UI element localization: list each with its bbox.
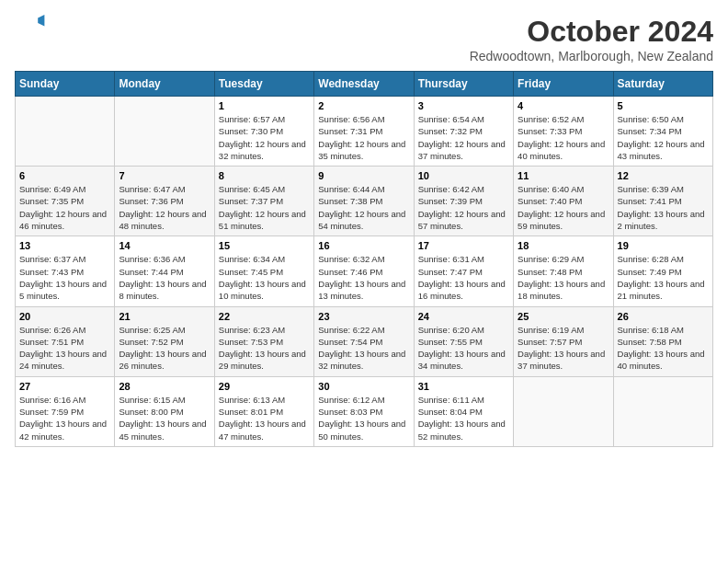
calendar-cell: 10Sunrise: 6:42 AM Sunset: 7:39 PM Dayli… — [414, 167, 513, 236]
calendar-cell: 2Sunrise: 6:56 AM Sunset: 7:31 PM Daylig… — [314, 97, 414, 167]
weekday-header-thursday: Thursday — [414, 72, 513, 97]
day-number: 24 — [418, 311, 509, 322]
calendar-cell: 28Sunrise: 6:15 AM Sunset: 8:00 PM Dayli… — [115, 376, 214, 446]
calendar-cell: 17Sunrise: 6:31 AM Sunset: 7:47 PM Dayli… — [414, 236, 513, 306]
calendar-cell: 15Sunrise: 6:34 AM Sunset: 7:45 PM Dayli… — [214, 236, 313, 306]
weekday-header-wednesday: Wednesday — [314, 72, 414, 97]
day-info: Sunrise: 6:37 AM Sunset: 7:43 PM Dayligh… — [19, 253, 110, 302]
day-info: Sunrise: 6:42 AM Sunset: 7:39 PM Dayligh… — [418, 183, 509, 232]
day-number: 31 — [418, 381, 509, 392]
calendar-cell: 5Sunrise: 6:50 AM Sunset: 7:34 PM Daylig… — [613, 97, 712, 167]
day-info: Sunrise: 6:22 AM Sunset: 7:54 PM Dayligh… — [318, 324, 409, 373]
day-number: 13 — [19, 240, 110, 251]
day-info: Sunrise: 6:23 AM Sunset: 7:53 PM Dayligh… — [219, 324, 310, 373]
day-number: 7 — [119, 170, 210, 181]
day-info: Sunrise: 6:56 AM Sunset: 7:31 PM Dayligh… — [318, 113, 409, 162]
calendar-cell: 21Sunrise: 6:25 AM Sunset: 7:52 PM Dayli… — [115, 306, 214, 376]
day-number: 29 — [219, 381, 310, 392]
weekday-header-saturday: Saturday — [613, 72, 712, 97]
svg-marker-0 — [38, 15, 44, 27]
day-info: Sunrise: 6:32 AM Sunset: 7:46 PM Dayligh… — [318, 253, 409, 302]
day-number: 6 — [19, 170, 110, 181]
day-number: 11 — [518, 170, 609, 181]
day-number: 8 — [219, 170, 310, 181]
day-number: 26 — [618, 311, 709, 322]
calendar-cell: 1Sunrise: 6:57 AM Sunset: 7:30 PM Daylig… — [214, 97, 313, 167]
day-number: 30 — [318, 381, 409, 392]
day-info: Sunrise: 6:36 AM Sunset: 7:44 PM Dayligh… — [119, 253, 210, 302]
day-number: 9 — [318, 170, 409, 181]
day-info: Sunrise: 6:11 AM Sunset: 8:04 PM Dayligh… — [418, 394, 509, 442]
calendar-cell — [115, 97, 214, 167]
day-info: Sunrise: 6:29 AM Sunset: 7:48 PM Dayligh… — [518, 253, 609, 302]
day-info: Sunrise: 6:50 AM Sunset: 7:34 PM Dayligh… — [618, 113, 709, 162]
day-info: Sunrise: 6:31 AM Sunset: 7:47 PM Dayligh… — [418, 253, 509, 302]
day-number: 3 — [418, 100, 509, 111]
day-info: Sunrise: 6:15 AM Sunset: 8:00 PM Dayligh… — [119, 394, 210, 442]
calendar-cell: 16Sunrise: 6:32 AM Sunset: 7:46 PM Dayli… — [314, 236, 414, 306]
day-info: Sunrise: 6:13 AM Sunset: 8:01 PM Dayligh… — [219, 394, 310, 442]
day-number: 22 — [219, 311, 310, 322]
day-number: 10 — [418, 170, 509, 181]
day-info: Sunrise: 6:49 AM Sunset: 7:35 PM Dayligh… — [19, 183, 110, 232]
calendar-cell — [514, 376, 613, 446]
calendar-cell: 8Sunrise: 6:45 AM Sunset: 7:37 PM Daylig… — [214, 167, 313, 236]
weekday-header-sunday: Sunday — [16, 72, 115, 97]
day-info: Sunrise: 6:25 AM Sunset: 7:52 PM Dayligh… — [119, 324, 210, 373]
day-info: Sunrise: 6:57 AM Sunset: 7:30 PM Dayligh… — [219, 113, 310, 162]
day-info: Sunrise: 6:39 AM Sunset: 7:41 PM Dayligh… — [618, 183, 709, 232]
day-number: 16 — [318, 240, 409, 251]
weekday-header-tuesday: Tuesday — [214, 72, 313, 97]
day-info: Sunrise: 6:18 AM Sunset: 7:58 PM Dayligh… — [618, 324, 709, 373]
calendar-cell — [16, 97, 115, 167]
day-number: 28 — [119, 381, 210, 392]
day-info: Sunrise: 6:45 AM Sunset: 7:37 PM Dayligh… — [219, 183, 310, 232]
calendar-cell: 12Sunrise: 6:39 AM Sunset: 7:41 PM Dayli… — [613, 167, 712, 236]
calendar-cell: 27Sunrise: 6:16 AM Sunset: 7:59 PM Dayli… — [16, 376, 115, 446]
day-number: 19 — [618, 240, 709, 251]
calendar-cell: 11Sunrise: 6:40 AM Sunset: 7:40 PM Dayli… — [514, 167, 613, 236]
calendar-cell: 14Sunrise: 6:36 AM Sunset: 7:44 PM Dayli… — [115, 236, 214, 306]
calendar-cell: 25Sunrise: 6:19 AM Sunset: 7:57 PM Dayli… — [514, 306, 613, 376]
day-number: 14 — [119, 240, 210, 251]
day-info: Sunrise: 6:26 AM Sunset: 7:51 PM Dayligh… — [19, 324, 110, 373]
calendar-cell: 31Sunrise: 6:11 AM Sunset: 8:04 PM Dayli… — [414, 376, 513, 446]
calendar-cell: 7Sunrise: 6:47 AM Sunset: 7:36 PM Daylig… — [115, 167, 214, 236]
day-info: Sunrise: 6:16 AM Sunset: 7:59 PM Dayligh… — [19, 394, 110, 442]
calendar-cell: 23Sunrise: 6:22 AM Sunset: 7:54 PM Dayli… — [314, 306, 414, 376]
day-number: 20 — [19, 311, 110, 322]
calendar-cell: 20Sunrise: 6:26 AM Sunset: 7:51 PM Dayli… — [16, 306, 115, 376]
title-block: October 2024 Redwoodtown, Marlborough, N… — [470, 15, 713, 63]
calendar-cell: 19Sunrise: 6:28 AM Sunset: 7:49 PM Dayli… — [613, 236, 712, 306]
weekday-header-friday: Friday — [514, 72, 613, 97]
day-info: Sunrise: 6:52 AM Sunset: 7:33 PM Dayligh… — [518, 113, 609, 162]
calendar-cell: 22Sunrise: 6:23 AM Sunset: 7:53 PM Dayli… — [214, 306, 313, 376]
calendar-cell: 26Sunrise: 6:18 AM Sunset: 7:58 PM Dayli… — [613, 306, 712, 376]
day-info: Sunrise: 6:34 AM Sunset: 7:45 PM Dayligh… — [219, 253, 310, 302]
day-number: 17 — [418, 240, 509, 251]
calendar-cell: 3Sunrise: 6:54 AM Sunset: 7:32 PM Daylig… — [414, 97, 513, 167]
day-number: 4 — [518, 100, 609, 111]
day-number: 18 — [518, 240, 609, 251]
calendar-table: SundayMondayTuesdayWednesdayThursdayFrid… — [15, 71, 713, 447]
calendar-cell: 6Sunrise: 6:49 AM Sunset: 7:35 PM Daylig… — [16, 167, 115, 236]
weekday-header-monday: Monday — [115, 72, 214, 97]
day-info: Sunrise: 6:54 AM Sunset: 7:32 PM Dayligh… — [418, 113, 509, 162]
day-number: 15 — [219, 240, 310, 251]
day-number: 25 — [518, 311, 609, 322]
day-info: Sunrise: 6:44 AM Sunset: 7:38 PM Dayligh… — [318, 183, 409, 232]
calendar-cell — [613, 376, 712, 446]
month-title: October 2024 — [470, 15, 713, 49]
calendar-cell: 18Sunrise: 6:29 AM Sunset: 7:48 PM Dayli… — [514, 236, 613, 306]
day-info: Sunrise: 6:40 AM Sunset: 7:40 PM Dayligh… — [518, 183, 609, 232]
day-info: Sunrise: 6:20 AM Sunset: 7:55 PM Dayligh… — [418, 324, 509, 373]
day-info: Sunrise: 6:19 AM Sunset: 7:57 PM Dayligh… — [518, 324, 609, 373]
calendar-cell: 30Sunrise: 6:12 AM Sunset: 8:03 PM Dayli… — [314, 376, 414, 446]
page-header: October 2024 Redwoodtown, Marlborough, N… — [15, 15, 713, 63]
calendar-cell: 4Sunrise: 6:52 AM Sunset: 7:33 PM Daylig… — [514, 97, 613, 167]
calendar-cell: 9Sunrise: 6:44 AM Sunset: 7:38 PM Daylig… — [314, 167, 414, 236]
day-number: 5 — [618, 100, 709, 111]
day-number: 2 — [318, 100, 409, 111]
day-info: Sunrise: 6:47 AM Sunset: 7:36 PM Dayligh… — [119, 183, 210, 232]
location-subtitle: Redwoodtown, Marlborough, New Zealand — [470, 49, 713, 63]
